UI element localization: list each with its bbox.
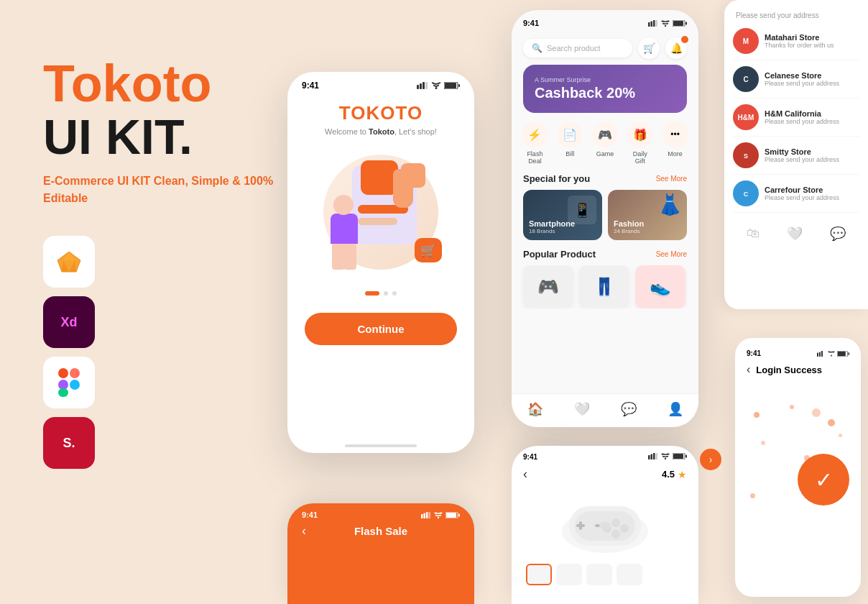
thumb-2[interactable]: [556, 564, 582, 585]
bell-icon: 🔔: [670, 42, 683, 54]
carrefour-avatar: C: [733, 180, 759, 206]
flash-time: 9:41: [302, 511, 318, 519]
cart-icon: 🛒: [643, 42, 655, 54]
login-time: 9:41: [747, 349, 761, 357]
status-icons-1: [417, 82, 460, 89]
banner-small-text: A Summer Surprise: [535, 76, 675, 83]
dot-3: [828, 419, 835, 426]
svg-rect-14: [425, 82, 428, 89]
gamepad-svg: [555, 488, 655, 560]
flash-status-icons: [421, 512, 460, 518]
svg-rect-43: [648, 455, 650, 459]
svg-rect-38: [429, 512, 431, 518]
figma-icon-card: [43, 357, 95, 408]
product-back-icon[interactable]: ‹: [523, 467, 527, 482]
thumb-3[interactable]: [586, 564, 612, 585]
nav-wishlist-icon[interactable]: 🤍: [574, 401, 590, 417]
notification-icon-btn[interactable]: 🔔: [665, 37, 687, 59]
message-carrefour[interactable]: C Carrefour Store Please send your addre…: [733, 175, 859, 213]
msg-nav-heart-icon[interactable]: 🤍: [787, 226, 803, 242]
svg-rect-62: [817, 352, 818, 357]
cart-icon-btn[interactable]: 🛒: [638, 37, 660, 59]
message-smitty[interactable]: S Smitty Store Please send your address: [733, 137, 859, 175]
special-section-header: Special for you See More: [512, 173, 698, 190]
login-success-panel: 9:41 ‹ Login Success ✓: [735, 338, 861, 597]
svg-rect-21: [653, 20, 655, 27]
svg-text:C: C: [744, 191, 749, 198]
celanese-content: Celanese Store Please send your address: [765, 71, 859, 87]
svg-rect-17: [445, 83, 456, 88]
nav-profile-icon[interactable]: 👤: [668, 401, 683, 417]
dot-active: [365, 291, 379, 296]
svg-rect-67: [838, 351, 846, 355]
message-celanese[interactable]: C Celanese Store Please send your addres…: [733, 60, 859, 99]
message-matahari[interactable]: M Matahari Store Thanks for order with u…: [733, 22, 859, 60]
svg-point-15: [435, 87, 438, 89]
svg-point-54: [611, 518, 620, 527]
home-header: 🔍 Search product 🛒 🔔: [512, 32, 698, 65]
gift-icon: 🎁: [627, 122, 653, 147]
product-card-3[interactable]: 👟: [635, 265, 685, 308]
flash-title-row: ‹ Flash Sale: [287, 522, 474, 540]
svg-rect-20: [651, 21, 653, 27]
status-time-1: 9:41: [302, 81, 319, 91]
rating-display: 4.5 ★: [662, 469, 687, 480]
messages-top-text: Please send your address: [733, 12, 859, 19]
success-dots-area: ✓: [747, 398, 849, 513]
svg-point-10: [70, 380, 80, 390]
home-indicator-1: [345, 444, 417, 447]
celanese-avatar: C: [733, 66, 759, 92]
dot-2: [392, 291, 397, 296]
svg-rect-41: [446, 513, 456, 518]
hm-content: H&M California Please send your address: [765, 109, 859, 125]
dot-8: [812, 408, 821, 417]
popular-see-more[interactable]: See More: [656, 250, 687, 258]
messages-panel: Please send your address M Matahari Stor…: [724, 0, 868, 309]
cat-more[interactable]: ••• More: [662, 122, 688, 165]
app-icons-list: Xd S.: [43, 236, 287, 469]
product-card-2[interactable]: 👖: [579, 265, 629, 308]
cat-flash-deal[interactable]: ⚡ FlashDeal: [522, 122, 548, 165]
svg-text:S: S: [744, 152, 748, 160]
msg-nav-shop-icon[interactable]: 🛍: [747, 226, 760, 242]
cat-bill[interactable]: 📄 Bill: [557, 122, 583, 165]
search-bar[interactable]: 🔍 Search product: [523, 39, 632, 58]
xd-icon-card: Xd: [43, 296, 95, 348]
login-back-icon[interactable]: ‹: [747, 363, 750, 376]
matahari-avatar: M: [733, 28, 759, 54]
onboard-tagline: Welcome to Tokoto, Let's shop!: [325, 127, 437, 136]
continue-button[interactable]: Continue: [305, 313, 457, 345]
nav-arrow-btn[interactable]: ›: [700, 449, 721, 470]
phone-home: 9:41 🔍 Search product 🛒 🔔 A Summer Surpr…: [512, 10, 698, 427]
svg-rect-50: [685, 455, 687, 458]
rating-value: 4.5: [662, 469, 675, 480]
svg-text:C: C: [743, 76, 748, 83]
thumb-4[interactable]: [617, 564, 642, 585]
product-card-1[interactable]: 🎮: [523, 265, 573, 308]
thumb-1[interactable]: [526, 564, 552, 585]
svg-point-47: [665, 458, 666, 459]
search-placeholder: Search product: [547, 44, 601, 52]
login-title: Login Success: [756, 365, 822, 375]
flash-title: Flash Sale: [354, 525, 407, 537]
svg-rect-37: [426, 512, 428, 518]
status-icons-2: [648, 20, 687, 27]
special-card-smartphone[interactable]: 📱 Smartphone 18 Brands: [523, 190, 602, 240]
sketch-icon-card: [43, 236, 95, 288]
cat-game[interactable]: 🎮 Game: [592, 122, 618, 165]
cat-daily-gift[interactable]: 🎁 DailyGift: [627, 122, 653, 165]
special-card-fashion[interactable]: 👗 Fashion 24 Brands: [608, 190, 687, 240]
product-status-icons: [648, 453, 687, 461]
phone-flash-sale: 9:41 ‹ Flash Sale: [287, 503, 474, 604]
brand-description: E-Commerce UI KIT Clean, Simple & 100% E…: [43, 173, 287, 207]
nav-shop-icon[interactable]: 🏠: [527, 401, 543, 417]
nav-chat-icon[interactable]: 💬: [621, 401, 637, 417]
msg-nav-chat-icon[interactable]: 💬: [830, 226, 846, 242]
login-status-icons: [817, 349, 849, 357]
special-see-more[interactable]: See More: [656, 175, 687, 183]
onboard-illustration: 🛒: [309, 147, 453, 277]
smartphone-card-text: Smartphone 18 Brands: [529, 219, 575, 234]
product-image-area: [512, 485, 698, 564]
message-hm[interactable]: H&M H&M California Please send your addr…: [733, 99, 859, 137]
flash-back-icon[interactable]: ‹: [302, 523, 306, 539]
